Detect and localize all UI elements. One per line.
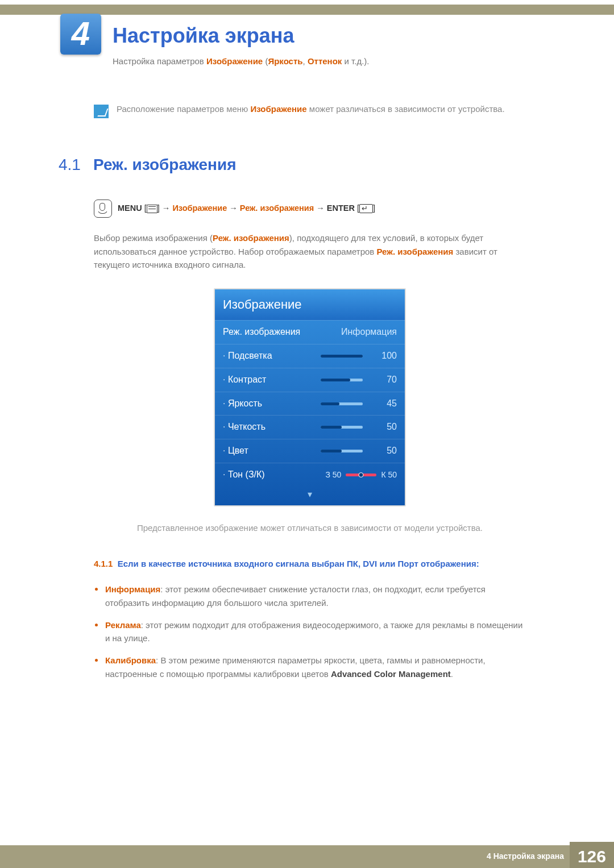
subsection-heading: 4.1.1 Если в качестве источника входного… <box>94 557 526 570</box>
section-heading: 4.1 Реж. изображения <box>59 152 526 177</box>
osd-item-value: 70 <box>368 373 397 387</box>
note-icon <box>94 105 109 118</box>
osd-item-slider <box>321 402 363 405</box>
bracket: ] <box>373 203 375 213</box>
osd-item-row: Четкость50 <box>215 415 405 439</box>
bullet-text: : этот режим обеспечивает снижение устал… <box>105 584 486 607</box>
text: Выбор режима изображения ( <box>94 233 213 243</box>
osd-item-slider <box>321 450 363 452</box>
step: Реж. изображения <box>240 203 314 213</box>
osd-tint-right: К 50 <box>381 469 397 481</box>
arrow: → <box>162 203 173 213</box>
bullet-text: : этот режим подходит для отображения ви… <box>105 620 522 643</box>
osd-item-row: Подсветка100 <box>215 344 405 368</box>
bullet-text: . <box>451 669 453 679</box>
highlight: Изображение <box>250 104 306 114</box>
subsection-title: Если в качестве источника входного сигна… <box>118 559 479 568</box>
footer-crumb: 4 Настройка экрана <box>487 850 564 863</box>
osd-item-name: Яркость <box>223 397 321 411</box>
highlight: Яркость <box>268 56 302 66</box>
osd-item-name: Контраст <box>223 373 321 387</box>
osd-mode-label: Реж. изображения <box>223 325 341 339</box>
osd-item-row: Контраст70 <box>215 368 405 392</box>
text: ( <box>263 56 268 66</box>
touch-icon <box>94 200 112 218</box>
highlight: Оттенок <box>308 56 342 66</box>
osd-item-name: Цвет <box>223 444 321 458</box>
page-footer: 4 Настройка экрана 126 <box>0 845 614 868</box>
osd-item-name: Тон (З/К) <box>223 468 325 482</box>
highlight: Изображение <box>206 56 263 66</box>
text: Настройка параметров <box>113 56 206 66</box>
osd-item-value: 50 <box>368 420 397 434</box>
list-item: Информация: этот режим обеспечивает сниж… <box>94 583 526 609</box>
section-title: Реж. изображения <box>93 152 237 177</box>
osd-body: Реж. изображения Информация Подсветка100… <box>215 320 405 505</box>
osd-mode-value: Информация <box>341 325 397 339</box>
text: , <box>303 56 308 66</box>
osd-panel: Изображение Реж. изображения Информация … <box>214 288 406 506</box>
osd-item-name: Подсветка <box>223 349 321 363</box>
bullet-term: Реклама <box>105 620 141 630</box>
nav-path: MENU [] → Изображение → Реж. изображения… <box>94 200 526 218</box>
text: может различаться в зависимости от устро… <box>307 104 505 114</box>
osd-item-value: 100 <box>368 349 397 363</box>
osd-item-value: 45 <box>368 397 397 411</box>
menu-label: MENU <box>118 203 142 213</box>
osd-caption: Представленное изображение может отличат… <box>94 521 526 534</box>
paragraph: Выбор режима изображения (Реж. изображен… <box>94 231 526 271</box>
text: и т.д.). <box>342 56 369 66</box>
osd-item-value: 50 <box>368 444 397 458</box>
osd-item-slider <box>321 355 363 358</box>
chapter-title: Настройка экрана <box>113 20 294 52</box>
highlight: Реж. изображения <box>376 247 453 256</box>
subsection-number: 4.1.1 <box>94 559 113 568</box>
bullet-term: Информация <box>105 584 160 594</box>
osd-item-row: Яркость45 <box>215 392 405 416</box>
note: Расположение параметров меню Изображение… <box>94 102 526 118</box>
list-item: Калибровка: В этом режиме применяются па… <box>94 654 526 680</box>
osd-title: Изображение <box>215 289 405 320</box>
arrow: → <box>229 203 240 213</box>
list-item: Реклама: этот режим подходит для отображ… <box>94 618 526 645</box>
section-number: 4.1 <box>59 152 81 177</box>
text: Расположение параметров меню <box>117 104 250 114</box>
bracket: ] <box>157 203 160 213</box>
osd-tint-row: Тон (З/К) З 50 К 50 <box>215 463 405 487</box>
osd-tint-left: З 50 <box>325 469 341 481</box>
osd-mode-row: Реж. изображения Информация <box>215 320 405 344</box>
page-number: 126 <box>570 842 614 868</box>
enter-label: ENTER <box>327 203 355 213</box>
osd-item-name: Четкость <box>223 420 321 434</box>
bullet-term: Калибровка <box>105 655 156 665</box>
osd-scroll-down-icon: ▾ <box>215 487 405 505</box>
highlight: Реж. изображения <box>213 233 289 243</box>
osd-item-slider <box>321 379 363 381</box>
bullet-list: Информация: этот режим обеспечивает сниж… <box>94 583 526 680</box>
step: Изображение <box>172 203 227 213</box>
osd-item-slider <box>321 426 363 429</box>
chapter-subtitle: Настройка параметров Изображение (Яркост… <box>113 55 369 68</box>
bullet-bold: Advanced Color Management <box>331 669 451 679</box>
osd-tint-slider <box>346 474 376 476</box>
enter-icon <box>359 204 373 213</box>
arrow: → <box>316 203 327 213</box>
menu-icon <box>147 205 157 213</box>
osd-item-row: Цвет50 <box>215 439 405 463</box>
chapter-number-badge: 4 <box>60 14 101 55</box>
